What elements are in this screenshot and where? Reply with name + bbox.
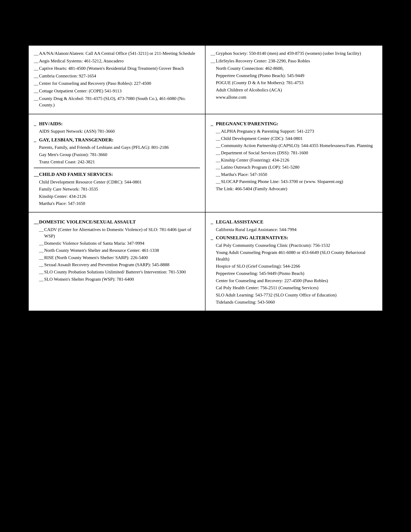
- item-text: Community Action Partnership (CAPSLO): 5…: [221, 142, 373, 149]
- check-mark: __: [39, 276, 44, 283]
- check-mark: __: [216, 128, 221, 135]
- plain-text: Peppertree Counseling: 545-9449 (Pismo B…: [216, 270, 377, 277]
- plain-text: Adult Children of Alcoholics (ACA): [216, 87, 377, 93]
- plain-text: www.allone.com: [216, 94, 377, 101]
- header-text: PREGNANCY/PARENTING:: [216, 120, 278, 127]
- item-text: Aegis Medical Systems: 461-5212, Atascad…: [39, 58, 200, 64]
- check-mark: __: [39, 226, 44, 233]
- check-mark: __: [211, 50, 216, 57]
- section-header-child: __ CHILD AND FAMILY SERVICES:: [34, 171, 200, 178]
- item-text: RISE (North County Women's Shelter/ SARP…: [44, 254, 148, 261]
- check-mark: __: [216, 157, 221, 163]
- section-header-legal: _ LEGAL ASSISTANCE: [211, 218, 377, 225]
- item-text: CADV (Center for Alternatives to Domesti…: [44, 226, 200, 239]
- list-item: __ Department of Social Services (DSS): …: [216, 150, 377, 156]
- top-grid: __ AA/NA/Alanon/Alateen: Call AA Central…: [28, 45, 383, 114]
- plain-text: Hospice of SLO (Grief Counseling): 544-2…: [216, 263, 377, 270]
- check-mark: __: [34, 88, 39, 94]
- item-text: Domestic Violence Solutions of Santa Mar…: [44, 240, 144, 247]
- list-item: __ Aegis Medical Systems: 461-5212, Atas…: [34, 58, 200, 64]
- check-mark: __: [216, 164, 221, 171]
- plain-text: Cal Poly Community Counseling Clinic (Pr…: [216, 242, 377, 249]
- plain-text: Cal Poly Health Center: 756-2511 (Counse…: [216, 285, 377, 291]
- item-text: SLO Women's Shelter Program (WSP): 781-6…: [44, 276, 134, 283]
- page: __ AA/NA/Alanon/Alateen: Call AA Central…: [28, 45, 383, 311]
- section-header-counseling: _ COUNSELING ALTERNATIVES:: [211, 234, 377, 241]
- check-mark: __: [216, 171, 221, 178]
- item-text: North County Women's Shelter and Resourc…: [44, 247, 159, 254]
- section-header-dv: __ DOMESTIC VIOLENCE/SEXUAL ASSAULT: [34, 218, 200, 225]
- check-mark: __: [211, 58, 216, 64]
- plain-text: Kinship Center: 434-2126: [39, 193, 200, 200]
- plain-text: California Rural Legal Assistance: 544-7…: [216, 226, 377, 233]
- header-text: CHILD AND FAMILY SERVICES:: [39, 171, 113, 178]
- check-mark: _: [211, 120, 216, 127]
- plain-text: Martha's Place: 547-1650: [39, 200, 200, 207]
- check-mark: _: [34, 120, 39, 127]
- check-mark: __: [216, 135, 221, 142]
- list-item: __ North County Women's Shelter and Reso…: [39, 247, 200, 254]
- header-text: DOMESTIC VIOLENCE/SEXUAL ASSAULT: [39, 218, 136, 225]
- middle-left-cell: _ HIV/AIDS: AIDS Support Network: (ASN) …: [29, 114, 206, 212]
- list-item: __ Gryphon Society: 550-8140 (men) and 4…: [211, 50, 377, 57]
- top-right-cell: __ Gryphon Society: 550-8140 (men) and 4…: [206, 46, 382, 114]
- check-mark: __: [39, 269, 44, 275]
- item-text: ALPHA Pregnancy & Parenting Support: 541…: [221, 128, 314, 135]
- list-item: __ CADV (Center for Alternatives to Dome…: [39, 226, 200, 239]
- section-header-pregnancy: _ PREGNANCY/PARENTING:: [211, 120, 377, 127]
- plain-text: Family Care Network: 781-3535: [39, 186, 200, 192]
- list-item: __ ALPHA Pregnancy & Parenting Support: …: [216, 128, 377, 135]
- item-text: County Drug & Alcohol: 781-4375 (SLO), 4…: [39, 95, 200, 108]
- check-mark: __: [216, 142, 221, 149]
- bottom-right-cell: _ LEGAL ASSISTANCE California Rural Lega…: [206, 212, 382, 311]
- divider: [34, 168, 200, 168]
- top-left-cell: __ AA/NA/Alanon/Alateen: Call AA Central…: [29, 46, 206, 114]
- item-text: SLO County Probation Solutions Unlimited…: [44, 269, 186, 275]
- item-text: Sexual Assault Recovery and Prevention P…: [44, 261, 169, 268]
- check-mark: __: [34, 218, 39, 225]
- list-item: __ SLOCAP Parenting Phone Line: 543-3700…: [216, 178, 377, 185]
- check-mark: __: [34, 171, 39, 178]
- list-item: __ AA/NA/Alanon/Alateen: Call AA Central…: [34, 50, 200, 57]
- section-header-gay: _ GAY, LESBIAN, TRANSGENDER:: [34, 136, 200, 143]
- item-text: Cottage Outpatient Center: (COPE) 541-91…: [39, 88, 200, 94]
- list-item: __ SLO County Probation Solutions Unlimi…: [39, 269, 200, 275]
- item-text: Gryphon Society: 550-8140 (men) and 459-…: [216, 50, 377, 57]
- check-mark: __: [216, 178, 221, 185]
- item-text: SLOCAP Parenting Phone Line: 543-3700 or…: [221, 178, 343, 185]
- check-mark: __: [34, 50, 39, 57]
- list-item: __ Sexual Assault Recovery and Preventio…: [39, 261, 200, 268]
- list-item: __ Domestic Violence Solutions of Santa …: [39, 240, 200, 247]
- check-mark: __: [34, 95, 39, 102]
- plain-text: Tranz Central Coast: 242-3821: [39, 159, 200, 165]
- list-item: __ Cambria Connection: 927-1654: [34, 73, 200, 79]
- plain-text: Center for Counseling and Recovery: 227-…: [216, 277, 377, 284]
- section-header-hiv: _ HIV/AIDS:: [34, 120, 200, 127]
- check-mark: __: [39, 247, 44, 254]
- plain-text: Gay Men's Group (Fusion): 781-3660: [39, 151, 200, 158]
- check-mark: __: [216, 150, 221, 156]
- header-text: HIV/AIDS:: [39, 120, 63, 127]
- check-mark: __: [34, 73, 39, 79]
- bottom-grid: __ DOMESTIC VIOLENCE/SEXUAL ASSAULT __ C…: [28, 212, 383, 311]
- check-mark: _: [211, 234, 216, 241]
- bottom-left-cell: __ DOMESTIC VIOLENCE/SEXUAL ASSAULT __ C…: [29, 212, 206, 311]
- list-item: __ Latino Outreach Program (LOP): 541-52…: [216, 164, 377, 171]
- list-item: __ Martha's Place: 547-1650: [216, 171, 377, 178]
- header-text: GAY, LESBIAN, TRANSGENDER:: [39, 136, 113, 143]
- item-text: AA/NA/Alanon/Alateen: Call AA Central Of…: [39, 50, 200, 57]
- list-item: __ Child Development Center (CDC): 544-0…: [216, 135, 377, 142]
- item-text: Child Development Center (CDC): 544-0801: [221, 135, 303, 142]
- list-item: __ County Drug & Alcohol: 781-4375 (SLO)…: [34, 95, 200, 108]
- list-item: __ Cottage Outpatient Center: (COPE) 541…: [34, 88, 200, 94]
- plain-text: The Link: 466-5404 (Family Advocate): [216, 186, 377, 192]
- plain-text: Peppertree Counseling (Pismo Beach): 545…: [216, 72, 377, 79]
- check-mark: _: [211, 218, 216, 225]
- item-text: Cambria Connection: 927-1654: [39, 73, 200, 79]
- item-text: Kinship Center (Fostering): 434-2126: [221, 157, 289, 163]
- check-mark: __: [39, 261, 44, 268]
- list-item: __ Captive Hearts: 481-4500 (Women's Res…: [34, 65, 200, 72]
- plain-text: Tidelands Counseling: 543-5060: [216, 299, 377, 305]
- item-text: Martha's Place: 547-1650: [221, 171, 267, 178]
- item-text: LifeStyles Recovery Center: 238-2290, Pa…: [216, 58, 377, 64]
